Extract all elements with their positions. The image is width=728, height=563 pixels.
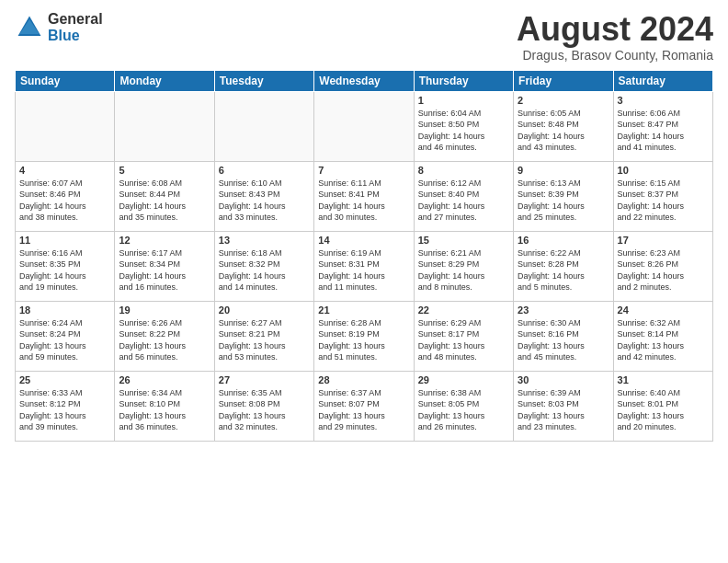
table-row: 13Sunrise: 6:18 AMSunset: 8:32 PMDayligh… [214, 231, 313, 301]
table-row: 23Sunrise: 6:30 AMSunset: 8:16 PMDayligh… [514, 301, 613, 371]
day-number: 24 [618, 304, 709, 316]
table-row: 12Sunrise: 6:17 AMSunset: 8:34 PMDayligh… [115, 231, 214, 301]
header-tuesday: Tuesday [214, 70, 313, 91]
day-number: 18 [19, 304, 110, 316]
day-number: 7 [318, 165, 409, 176]
logo-general-text: General [48, 11, 103, 28]
day-info: Sunrise: 6:38 AMSunset: 8:05 PMDaylight:… [418, 387, 509, 433]
table-row: 30Sunrise: 6:39 AMSunset: 8:03 PMDayligh… [514, 371, 613, 441]
calendar-week-row: 18Sunrise: 6:24 AMSunset: 8:24 PMDayligh… [16, 301, 713, 371]
title-section: August 2024 Dragus, Brasov County, Roman… [517, 11, 713, 63]
day-number: 29 [418, 374, 509, 385]
day-number: 27 [219, 374, 310, 385]
day-number: 5 [119, 165, 210, 176]
day-info: Sunrise: 6:23 AMSunset: 8:26 PMDaylight:… [618, 247, 709, 293]
header-monday: Monday [115, 70, 214, 91]
table-row [314, 91, 414, 161]
day-info: Sunrise: 6:16 AMSunset: 8:35 PMDaylight:… [19, 247, 110, 293]
day-number: 25 [19, 374, 110, 385]
table-row [16, 91, 115, 161]
day-number: 23 [518, 304, 609, 316]
month-year: August 2024 [517, 11, 713, 48]
table-row: 22Sunrise: 6:29 AMSunset: 8:17 PMDayligh… [414, 301, 513, 371]
day-info: Sunrise: 6:22 AMSunset: 8:28 PMDaylight:… [518, 247, 609, 293]
day-info: Sunrise: 6:15 AMSunset: 8:37 PMDaylight:… [618, 178, 709, 224]
header-friday: Friday [514, 70, 613, 91]
day-info: Sunrise: 6:27 AMSunset: 8:21 PMDaylight:… [219, 317, 310, 363]
day-number: 6 [219, 165, 310, 176]
day-info: Sunrise: 6:06 AMSunset: 8:47 PMDaylight:… [618, 108, 709, 154]
day-number: 9 [518, 165, 609, 176]
day-info: Sunrise: 6:07 AMSunset: 8:46 PMDaylight:… [19, 178, 110, 224]
day-info: Sunrise: 6:39 AMSunset: 8:03 PMDaylight:… [518, 387, 609, 433]
calendar: Sunday Monday Tuesday Wednesday Thursday… [15, 70, 713, 442]
logo-blue-text: Blue [48, 28, 103, 44]
day-number: 19 [119, 304, 210, 316]
calendar-week-row: 25Sunrise: 6:33 AMSunset: 8:12 PMDayligh… [16, 371, 713, 441]
day-info: Sunrise: 6:28 AMSunset: 8:19 PMDaylight:… [318, 317, 409, 363]
weekday-header-row: Sunday Monday Tuesday Wednesday Thursday… [16, 70, 713, 91]
svg-marker-1 [19, 19, 39, 34]
day-info: Sunrise: 6:17 AMSunset: 8:34 PMDaylight:… [119, 247, 210, 293]
calendar-week-row: 4Sunrise: 6:07 AMSunset: 8:46 PMDaylight… [16, 161, 713, 231]
day-number: 4 [19, 165, 110, 176]
day-number: 11 [19, 235, 110, 246]
table-row: 7Sunrise: 6:11 AMSunset: 8:41 PMDaylight… [314, 161, 414, 231]
table-row [214, 91, 313, 161]
table-row: 2Sunrise: 6:05 AMSunset: 8:48 PMDaylight… [514, 91, 613, 161]
day-info: Sunrise: 6:08 AMSunset: 8:44 PMDaylight:… [119, 178, 210, 224]
day-info: Sunrise: 6:18 AMSunset: 8:32 PMDaylight:… [219, 247, 310, 293]
header-sunday: Sunday [16, 70, 115, 91]
table-row: 24Sunrise: 6:32 AMSunset: 8:14 PMDayligh… [613, 301, 712, 371]
table-row: 26Sunrise: 6:34 AMSunset: 8:10 PMDayligh… [115, 371, 214, 441]
table-row: 29Sunrise: 6:38 AMSunset: 8:05 PMDayligh… [414, 371, 513, 441]
day-number: 1 [418, 95, 509, 106]
table-row: 10Sunrise: 6:15 AMSunset: 8:37 PMDayligh… [613, 161, 712, 231]
table-row: 4Sunrise: 6:07 AMSunset: 8:46 PMDaylight… [16, 161, 115, 231]
day-number: 30 [518, 374, 609, 385]
day-info: Sunrise: 6:35 AMSunset: 8:08 PMDaylight:… [219, 387, 310, 433]
day-number: 31 [618, 374, 709, 385]
day-number: 10 [618, 165, 709, 176]
day-number: 16 [518, 235, 609, 246]
day-info: Sunrise: 6:30 AMSunset: 8:16 PMDaylight:… [518, 317, 609, 363]
table-row: 19Sunrise: 6:26 AMSunset: 8:22 PMDayligh… [115, 301, 214, 371]
day-number: 8 [418, 165, 509, 176]
table-row: 28Sunrise: 6:37 AMSunset: 8:07 PMDayligh… [314, 371, 414, 441]
day-number: 13 [219, 235, 310, 246]
day-info: Sunrise: 6:40 AMSunset: 8:01 PMDaylight:… [618, 387, 709, 433]
day-info: Sunrise: 6:26 AMSunset: 8:22 PMDaylight:… [119, 317, 210, 363]
header: General Blue August 2024 Dragus, Brasov … [15, 11, 713, 63]
table-row: 31Sunrise: 6:40 AMSunset: 8:01 PMDayligh… [613, 371, 712, 441]
day-info: Sunrise: 6:33 AMSunset: 8:12 PMDaylight:… [19, 387, 110, 433]
header-wednesday: Wednesday [314, 70, 414, 91]
day-number: 20 [219, 304, 310, 316]
table-row: 18Sunrise: 6:24 AMSunset: 8:24 PMDayligh… [16, 301, 115, 371]
table-row: 21Sunrise: 6:28 AMSunset: 8:19 PMDayligh… [314, 301, 414, 371]
day-number: 17 [618, 235, 709, 246]
table-row [115, 91, 214, 161]
day-number: 14 [318, 235, 409, 246]
header-thursday: Thursday [414, 70, 513, 91]
day-info: Sunrise: 6:12 AMSunset: 8:40 PMDaylight:… [418, 178, 509, 224]
day-number: 26 [119, 374, 210, 385]
day-info: Sunrise: 6:10 AMSunset: 8:43 PMDaylight:… [219, 178, 310, 224]
day-info: Sunrise: 6:13 AMSunset: 8:39 PMDaylight:… [518, 178, 609, 224]
day-info: Sunrise: 6:21 AMSunset: 8:29 PMDaylight:… [418, 247, 509, 293]
day-number: 15 [418, 235, 509, 246]
header-saturday: Saturday [613, 70, 712, 91]
table-row: 1Sunrise: 6:04 AMSunset: 8:50 PMDaylight… [414, 91, 513, 161]
table-row: 8Sunrise: 6:12 AMSunset: 8:40 PMDaylight… [414, 161, 513, 231]
table-row: 27Sunrise: 6:35 AMSunset: 8:08 PMDayligh… [214, 371, 313, 441]
day-info: Sunrise: 6:04 AMSunset: 8:50 PMDaylight:… [418, 108, 509, 154]
table-row: 5Sunrise: 6:08 AMSunset: 8:44 PMDaylight… [115, 161, 214, 231]
day-info: Sunrise: 6:34 AMSunset: 8:10 PMDaylight:… [119, 387, 210, 433]
day-info: Sunrise: 6:32 AMSunset: 8:14 PMDaylight:… [618, 317, 709, 363]
day-info: Sunrise: 6:37 AMSunset: 8:07 PMDaylight:… [318, 387, 409, 433]
day-number: 12 [119, 235, 210, 246]
logo-icon [15, 13, 44, 42]
day-number: 3 [618, 95, 709, 106]
day-number: 28 [318, 374, 409, 385]
table-row: 9Sunrise: 6:13 AMSunset: 8:39 PMDaylight… [514, 161, 613, 231]
table-row: 6Sunrise: 6:10 AMSunset: 8:43 PMDaylight… [214, 161, 313, 231]
